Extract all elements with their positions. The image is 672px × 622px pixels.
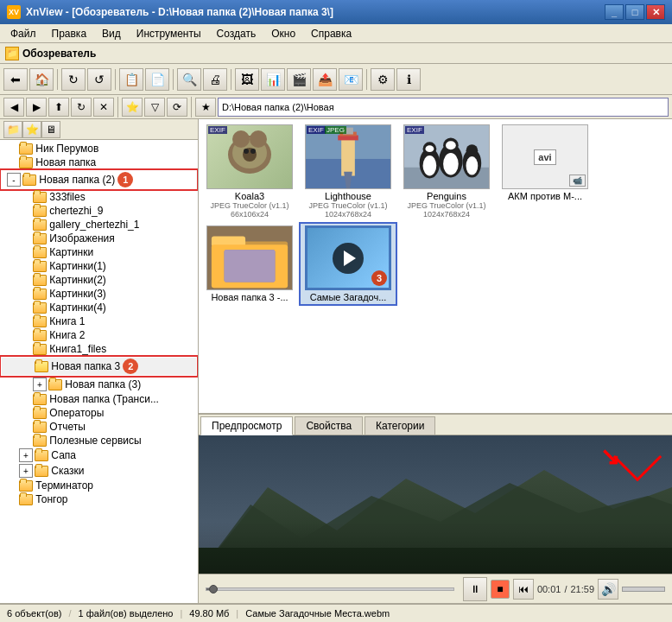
nav-up[interactable]: ⬆ bbox=[48, 98, 69, 117]
folder-icon bbox=[33, 192, 47, 203]
volume-button[interactable]: 🔊 bbox=[598, 579, 618, 600]
menu-window[interactable]: Окно bbox=[264, 26, 302, 41]
tree-item-kniga1[interactable]: Книга 1 bbox=[0, 314, 198, 328]
title-bar: XV XnView - [Обозреватель - D:\Новая пап… bbox=[0, 0, 672, 24]
toolbar-sep5 bbox=[366, 69, 367, 90]
toolbar-btn7[interactable]: 📊 bbox=[261, 68, 285, 91]
nav-back[interactable]: ◀ bbox=[3, 98, 24, 117]
file-browser[interactable]: EXIF Koala3 JPEG TrueColor (v1.1) 66x106… bbox=[199, 119, 672, 413]
menu-view[interactable]: Вид bbox=[95, 26, 128, 41]
file-folder-thumb[interactable]: Новая папка 3 -... bbox=[202, 224, 297, 304]
preview-area: ↖ ⏸ ■ ⏮ 00:01 / 21:59 bbox=[199, 435, 672, 603]
tree-item-kartinki1[interactable]: Картинки(1) bbox=[0, 259, 198, 273]
tree-item-chertezhi[interactable]: chertezhi_9 bbox=[0, 204, 198, 218]
tree-label: Книга 1 bbox=[49, 315, 85, 327]
folder-icon bbox=[33, 408, 47, 419]
toolbar-refresh1[interactable]: ↻ bbox=[61, 68, 86, 91]
tree-item-novaya3[interactable]: + Новая папка (3) bbox=[0, 377, 198, 392]
tree-item-izobrazheniya[interactable]: Изображения bbox=[0, 232, 198, 245]
sidebar-btn3[interactable]: 🖥 bbox=[41, 121, 60, 138]
progress-handle[interactable] bbox=[209, 585, 218, 593]
menu-create[interactable]: Создать bbox=[210, 26, 263, 41]
tree-item-operatory[interactable]: Операторы bbox=[0, 406, 198, 420]
tree-item-kartinki2[interactable]: Картинки(2) bbox=[0, 273, 198, 287]
tab-properties[interactable]: Свойства bbox=[295, 416, 363, 435]
file-penguins[interactable]: EXIF bbox=[399, 123, 494, 220]
tree-item-kartinki4[interactable]: Картинки(4) bbox=[0, 301, 198, 314]
sidebar-btn2[interactable]: ⭐ bbox=[22, 121, 41, 138]
toolbar-back[interactable]: ⬅ bbox=[3, 68, 28, 91]
tree-item-novaya-transi[interactable]: Новая папка (Транси... bbox=[0, 392, 198, 406]
pause-button[interactable]: ⏸ bbox=[463, 577, 487, 601]
toolbar-search[interactable]: 🔍 bbox=[177, 68, 201, 91]
tab-preview[interactable]: Предпросмотр bbox=[200, 416, 293, 435]
menu-file[interactable]: Файл bbox=[3, 26, 43, 41]
nav-stop[interactable]: ✕ bbox=[93, 98, 114, 117]
nav-refresh[interactable]: ↻ bbox=[71, 98, 92, 117]
prev-button[interactable]: ⏮ bbox=[513, 579, 534, 600]
tree-item-kniga2[interactable]: Книга 2 bbox=[0, 328, 198, 342]
nav-filter[interactable]: ▽ bbox=[144, 98, 165, 117]
tree-item-kniga1files[interactable]: Книга1_files bbox=[0, 342, 198, 356]
toolbar-btn6[interactable]: 🖼 bbox=[235, 68, 259, 91]
path-text: D:\Новая папка (2)\Новая bbox=[222, 102, 334, 112]
tree-item-otchety[interactable]: Отчеты bbox=[0, 420, 198, 434]
tree-expander-4[interactable]: + bbox=[19, 464, 33, 478]
app-icon: XV bbox=[7, 5, 21, 19]
tree-item-sapa[interactable]: + Сапа bbox=[0, 447, 198, 463]
minimize-button[interactable]: _ bbox=[605, 4, 624, 20]
tree-label: Сказки bbox=[51, 465, 84, 477]
tree-item-skazki[interactable]: + Сказки bbox=[0, 463, 198, 479]
toolbar-nav1[interactable]: 🏠 bbox=[29, 68, 54, 91]
toolbar-btn8[interactable]: 🎬 bbox=[287, 68, 311, 91]
tree-item-poleznye[interactable]: Полезные сервисы bbox=[0, 434, 198, 447]
menu-edit[interactable]: Правка bbox=[45, 26, 94, 41]
tree-label: Изображения bbox=[49, 232, 114, 244]
menu-tools[interactable]: Инструменты bbox=[130, 26, 208, 41]
tree-item-kartinki3[interactable]: Картинки(3) bbox=[0, 287, 198, 301]
tree-item-novaya-papka[interactable]: Новая папка bbox=[0, 156, 198, 169]
volume-slider[interactable] bbox=[622, 587, 665, 592]
close-button[interactable]: ✕ bbox=[646, 4, 665, 20]
tree-item-tongor[interactable]: Тонгор bbox=[0, 492, 198, 506]
toolbar-btn9[interactable]: 📤 bbox=[313, 68, 337, 91]
nav-bookmark[interactable]: ⭐ bbox=[122, 98, 143, 117]
tree-item-novaya-papka-2[interactable]: - Новая папка (2) 1 bbox=[2, 171, 196, 188]
tab-categories[interactable]: Категории bbox=[365, 416, 435, 435]
toolbar-btn10[interactable]: 📧 bbox=[339, 68, 363, 91]
tree-item-gallery[interactable]: gallery_chertezhi_1 bbox=[0, 218, 198, 232]
menu-help[interactable]: Справка bbox=[304, 26, 358, 41]
toolbar-sep1 bbox=[57, 69, 58, 90]
file-name-akm: АКМ против М-... bbox=[508, 191, 582, 201]
toolbar-refresh2[interactable]: ↺ bbox=[87, 68, 111, 91]
file-lighthouse[interactable]: EXIF JPEG Lighthouse JPEG TrueColor (v1.… bbox=[301, 123, 396, 220]
file-samye[interactable]: 3 Самые Загадоч... bbox=[301, 224, 396, 304]
toolbar-btn4[interactable]: 📄 bbox=[145, 68, 169, 91]
tree-item-novaya-papka-3[interactable]: Новая папка 3 2 bbox=[2, 358, 196, 375]
file-koala3[interactable]: EXIF Koala3 JPEG TrueColor (v1.1) 66x106… bbox=[202, 123, 297, 220]
maximize-button[interactable]: □ bbox=[625, 4, 644, 20]
file-name-lighthouse: Lighthouse bbox=[325, 191, 371, 201]
toolbar-settings[interactable]: ⚙ bbox=[371, 68, 395, 91]
nav-refresh2[interactable]: ⟳ bbox=[167, 98, 187, 117]
tree-item-terminator[interactable]: Терминатор bbox=[0, 479, 198, 492]
progress-bar-container[interactable] bbox=[206, 587, 454, 591]
folder-icon bbox=[33, 302, 47, 314]
tree-expander[interactable]: - bbox=[7, 173, 21, 187]
tree-item-kartinki[interactable]: Картинки bbox=[0, 245, 198, 259]
tree-expander-2[interactable]: + bbox=[33, 378, 47, 391]
current-time: 00:01 bbox=[537, 584, 561, 594]
toolbar-info[interactable]: ℹ bbox=[396, 68, 421, 91]
sidebar-btn1[interactable]: 📁 bbox=[3, 121, 22, 138]
tree-item-333files[interactable]: 333files bbox=[0, 190, 198, 204]
window-title: XnView - [Обозреватель - D:\Новая папка … bbox=[26, 6, 333, 18]
nav-forward[interactable]: ▶ bbox=[26, 98, 47, 117]
toolbar-btn5[interactable]: 🖨 bbox=[203, 68, 227, 91]
tree-expander-3[interactable]: + bbox=[19, 448, 33, 462]
path-bar[interactable]: D:\Новая папка (2)\Новая bbox=[218, 98, 669, 117]
tree-item-nik-perumov[interactable]: Ник Перумов bbox=[0, 142, 198, 156]
toolbar-btn3[interactable]: 📋 bbox=[119, 68, 143, 91]
file-akm[interactable]: avi 📹 АКМ против М-... bbox=[498, 123, 593, 220]
nav-star[interactable]: ★ bbox=[195, 98, 216, 117]
stop-button[interactable]: ■ bbox=[491, 580, 510, 599]
